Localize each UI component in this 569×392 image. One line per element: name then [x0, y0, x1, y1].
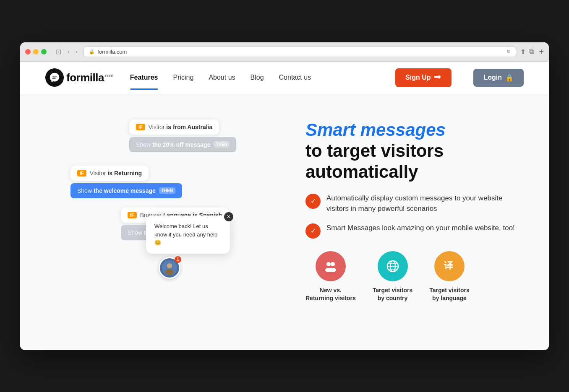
signup-icon: ⮕: [434, 73, 441, 82]
logo-icon: [45, 68, 64, 87]
feature-text-1: Automatically display custom messages to…: [326, 193, 524, 214]
heading-line1: to target visitors: [305, 141, 444, 161]
browser-actions: ⬆ ⧉ +: [520, 47, 544, 57]
chat-popup-container: ✕ Welcome back! Let us know if you need …: [87, 254, 180, 279]
traffic-lights: [25, 49, 47, 55]
heading-smart-messages: Smart messages: [305, 120, 446, 140]
checkmark-2: ✓: [305, 223, 321, 239]
rule2-action-wrapper: Show the welcome message THEN: [70, 183, 182, 198]
browser-nav-buttons: ⊡ ‹ ›: [53, 47, 79, 57]
nav-contact[interactable]: Contact us: [279, 74, 311, 81]
feature-text-2: Smart Messages look amazing on your mobi…: [326, 223, 515, 234]
feature-item-1: ✓ Automatically display custom messages …: [305, 193, 524, 214]
language-label: Target visitorsby language: [429, 286, 469, 303]
logo-text: formilla.com: [66, 71, 113, 84]
duplicate-tab-button[interactable]: ⧉: [529, 47, 534, 57]
chat-message: Welcome back! Let us know if you need an…: [154, 222, 222, 247]
new-tab-button[interactable]: +: [539, 47, 544, 57]
visitors-icon-circle: [316, 251, 346, 281]
rule2-condition-text: Visitor is Returning: [90, 170, 142, 177]
browser-window: ⊡ ‹ › 🔒 formilla.com ↻ ⬆ ⧉ +: [20, 42, 549, 350]
address-bar[interactable]: 🔒 formilla.com ↻: [84, 47, 516, 57]
rule1-condition-text: Visitor is from Australia: [149, 124, 213, 130]
heading-line2: automatically: [305, 162, 418, 182]
then-badge-1: THEN: [214, 141, 229, 148]
icon-item-country: Target visitorsby country: [373, 251, 412, 303]
chat-avatar-wrapper: 1: [159, 257, 180, 279]
chat-close-button[interactable]: ✕: [224, 212, 233, 221]
rule2-condition-card: IF Visitor is Returning: [70, 166, 149, 181]
icon-item-language: 译 Target visitorsby language: [429, 251, 469, 303]
chat-popup: ✕ Welcome back! Let us know if you need …: [146, 215, 230, 254]
notification-badge: 1: [175, 256, 181, 263]
rule1-action-wrapper: Show the 20% off message THEN: [129, 137, 236, 152]
visitors-label: New vs.Returning visitors: [305, 286, 356, 303]
nav-pricing[interactable]: Pricing: [173, 74, 193, 81]
rule2-condition-wrapper: IF Visitor is Returning: [70, 166, 149, 181]
close-icon: ✕: [227, 214, 231, 220]
forward-button[interactable]: ›: [73, 47, 80, 57]
main-content: IF Visitor is from Australia Show the 20…: [20, 94, 549, 350]
nav-blog[interactable]: Blog: [251, 74, 264, 81]
logo[interactable]: formilla.com: [45, 68, 113, 87]
if-badge-1: IF: [136, 124, 145, 130]
then-badge-2: THEN: [159, 187, 175, 194]
svg-point-3: [326, 262, 331, 266]
feature-item-2: ✓ Smart Messages look amazing on your mo…: [305, 223, 524, 239]
rule2-action-text: Show the welcome message: [77, 187, 156, 194]
site-header: formilla.com Features Pricing About us B…: [20, 62, 549, 94]
refresh-icon[interactable]: ↻: [506, 49, 511, 55]
sidebar-toggle-button[interactable]: ⊡: [53, 47, 64, 57]
checkmark-1: ✓: [305, 194, 321, 209]
icons-row: New vs.Returning visitors: [305, 251, 524, 303]
svg-point-4: [331, 262, 335, 266]
rule1-condition-card: IF Visitor is from Australia: [129, 119, 219, 135]
lock-icon: 🔒: [89, 49, 95, 55]
nav-features[interactable]: Features: [130, 74, 158, 81]
rule1-condition-wrapper: IF Visitor is from Australia: [129, 119, 219, 135]
login-button[interactable]: Login 🔒: [473, 69, 524, 87]
main-nav: Features Pricing About us Blog Contact u…: [130, 74, 311, 81]
if-badge-3: IF: [128, 212, 137, 218]
back-button[interactable]: ‹: [65, 47, 72, 57]
close-traffic-light[interactable]: [25, 49, 31, 55]
if-badge-2: IF: [77, 170, 86, 177]
lock-icon: 🔒: [505, 74, 514, 82]
svg-text:译: 译: [444, 260, 454, 271]
demo-panel: IF Visitor is from Australia Show the 20…: [45, 111, 280, 329]
svg-point-2: [165, 269, 174, 275]
page-heading: Smart messages to target visitors automa…: [305, 119, 524, 183]
country-label: Target visitorsby country: [373, 286, 412, 303]
country-icon-circle: [378, 251, 408, 281]
icon-item-visitors: New vs.Returning visitors: [305, 251, 356, 303]
share-button[interactable]: ⬆: [520, 47, 526, 57]
language-icon-circle: 译: [434, 251, 465, 281]
url-text: formilla.com: [97, 49, 127, 55]
svg-point-6: [329, 268, 336, 272]
rule1-action-text: Show the 20% off message: [136, 141, 210, 148]
maximize-traffic-light[interactable]: [41, 49, 47, 55]
website-content: formilla.com Features Pricing About us B…: [20, 62, 549, 350]
rule1-action-card: Show the 20% off message THEN: [129, 137, 236, 152]
browser-chrome: ⊡ ‹ › 🔒 formilla.com ↻ ⬆ ⧉ +: [20, 42, 549, 62]
svg-point-1: [167, 263, 172, 268]
text-panel: Smart messages to target visitors automa…: [297, 111, 524, 311]
minimize-traffic-light[interactable]: [33, 49, 39, 55]
nav-about[interactable]: About us: [209, 74, 235, 81]
rule2-action-card: Show the welcome message THEN: [70, 183, 182, 198]
signup-button[interactable]: Sign Up ⮕: [395, 68, 452, 87]
